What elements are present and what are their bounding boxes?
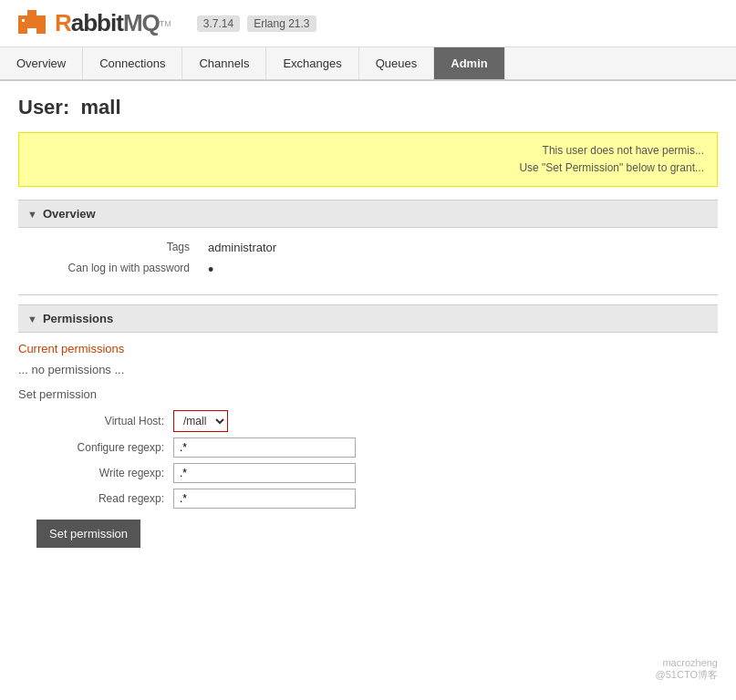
write-regexp-input[interactable] (173, 463, 356, 483)
tags-row: Tags administrator (18, 237, 718, 258)
rabbitmq-logo-icon (18, 10, 51, 37)
can-login-value: • (201, 258, 718, 282)
erlang-badge: Erlang 21.3 (247, 15, 316, 32)
virtual-host-wrapper: /mall / (173, 410, 228, 432)
read-regexp-label: Read regexp: (18, 492, 164, 505)
svg-rect-3 (36, 15, 46, 25)
page-title: User: mall (18, 96, 718, 119)
svg-rect-6 (22, 19, 25, 22)
can-login-bullet: • (208, 261, 213, 279)
overview-section-body: Tags administrator Can log in with passw… (18, 228, 718, 295)
logo-tm: TM (160, 19, 171, 28)
permissions-section-header[interactable]: ▼ Permissions (18, 304, 718, 333)
configure-regexp-label: Configure regexp: (18, 441, 164, 454)
nav-admin[interactable]: Admin (434, 47, 504, 79)
logo-text: R (55, 9, 71, 37)
virtual-host-row: Virtual Host: /mall / (18, 410, 718, 432)
nav-exchanges[interactable]: Exchanges (266, 47, 358, 79)
warning-line1: This user does not have permis... (32, 142, 704, 160)
nav-channels[interactable]: Channels (182, 47, 266, 79)
write-regexp-row: Write regexp: (18, 463, 718, 483)
title-value: mall (80, 96, 120, 118)
svg-rect-2 (27, 19, 36, 28)
svg-rect-1 (27, 10, 36, 19)
set-permission-button[interactable]: Set permission (36, 520, 140, 548)
title-prefix: User: (18, 96, 69, 118)
tags-value: administrator (201, 237, 718, 258)
overview-table: Tags administrator Can log in with passw… (18, 237, 718, 282)
current-permissions-link[interactable]: Current permissions (18, 342, 718, 355)
warning-line2: Use "Set Permission" below to grant... (32, 160, 704, 177)
permissions-arrow: ▼ (27, 314, 37, 324)
virtual-host-label: Virtual Host: (18, 415, 164, 427)
virtual-host-select[interactable]: /mall / (174, 411, 227, 431)
read-regexp-input[interactable] (173, 489, 356, 509)
nav-connections[interactable]: Connections (83, 47, 182, 79)
overview-arrow: ▼ (27, 209, 37, 220)
logo-mq: MQ (123, 9, 160, 37)
overview-section-title: Overview (43, 207, 96, 221)
configure-regexp-input[interactable] (173, 438, 356, 458)
logo: RabbitMQTM (18, 9, 171, 37)
warning-box: This user does not have permis... Use "S… (18, 132, 718, 187)
version-badge: 3.7.14 (197, 15, 240, 32)
permissions-body: Current permissions ... no permissions .… (18, 333, 718, 557)
write-regexp-label: Write regexp: (18, 467, 164, 479)
permissions-section-title: Permissions (43, 312, 113, 325)
tags-label: Tags (18, 237, 201, 258)
read-regexp-row: Read regexp: (18, 489, 718, 509)
configure-regexp-row: Configure regexp: (18, 438, 718, 458)
svg-rect-5 (36, 25, 46, 34)
set-permission-label: Set permission (18, 387, 718, 401)
can-login-row: Can log in with password • (18, 258, 718, 282)
nav: Overview Connections Channels Exchanges … (0, 47, 736, 81)
svg-rect-4 (18, 25, 27, 34)
overview-section-header[interactable]: ▼ Overview (18, 200, 718, 228)
content: User: mall This user does not have permi… (0, 81, 736, 571)
nav-queues[interactable]: Queues (359, 47, 435, 79)
header: RabbitMQTM 3.7.14 Erlang 21.3 (0, 0, 736, 47)
no-permissions-text: ... no permissions ... (18, 363, 718, 376)
logo-text-rest: abbit (71, 9, 123, 37)
nav-overview[interactable]: Overview (0, 47, 83, 79)
can-login-label: Can log in with password (18, 258, 201, 282)
